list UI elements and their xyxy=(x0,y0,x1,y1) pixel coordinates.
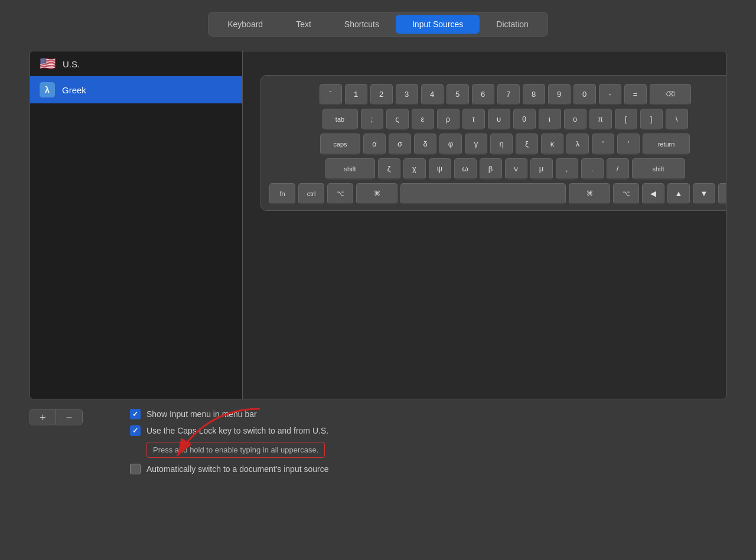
tab-shortcuts[interactable]: Shortcuts xyxy=(328,15,396,34)
key-row-5: fn ctrl ⌥ ⌘ ⌘ ⌥ ◀ ▲ ▼ ▶ xyxy=(269,183,726,204)
source-us-label: U.S. xyxy=(63,59,80,69)
tab-dictation[interactable]: Dictation xyxy=(480,15,545,34)
key-cmd-left: ⌘ xyxy=(356,183,397,204)
tab-input-sources[interactable]: Input Sources xyxy=(396,15,480,34)
key-epsilon: ε xyxy=(412,109,434,130)
key-beta: β xyxy=(480,158,502,180)
key-sigma: σ xyxy=(389,134,411,155)
key-8: 8 xyxy=(523,84,545,105)
greek-lambda-icon: λ xyxy=(40,82,55,97)
key-arrow-right: ▶ xyxy=(718,183,726,204)
checkbox-auto-switch[interactable] xyxy=(130,464,141,474)
key-tab: tab xyxy=(322,109,358,130)
key-mu: μ xyxy=(530,158,553,180)
us-flag-icon: 🇺🇸 xyxy=(40,57,56,70)
sources-list: 🇺🇸 U.S. λ Greek xyxy=(30,51,243,399)
key-row-1: ` 1 2 3 4 5 6 7 8 9 0 - = ⌫ xyxy=(269,84,726,105)
key-backtick: ` xyxy=(320,84,342,105)
key-equals: = xyxy=(624,84,647,105)
key-quote-l: ' xyxy=(592,134,614,155)
key-6: 6 xyxy=(472,84,494,105)
key-pi: π xyxy=(589,109,612,130)
key-theta: θ xyxy=(513,109,536,130)
checkbox-caps-lock[interactable]: ✓ xyxy=(130,425,141,436)
key-shift-left: shift xyxy=(325,158,375,180)
key-comma: , xyxy=(556,158,578,180)
keyboard-display: ` 1 2 3 4 5 6 7 8 9 0 - = ⌫ tab xyxy=(243,51,726,399)
key-shift-right: shift xyxy=(632,158,685,180)
key-phi: φ xyxy=(439,134,462,155)
key-4: 4 xyxy=(421,84,444,105)
main-content: 🇺🇸 U.S. λ Greek ` 1 2 3 4 5 xyxy=(30,51,726,474)
key-rho: ρ xyxy=(437,109,460,130)
key-row-2: tab ; ς ε ρ τ υ θ ι ο π [ ] \ xyxy=(269,109,726,130)
source-item-greek[interactable]: λ Greek xyxy=(30,76,242,103)
key-delta: δ xyxy=(414,134,436,155)
key-row-4: shift ζ χ ψ ω β ν μ , . / shift xyxy=(269,158,726,180)
key-2: 2 xyxy=(370,84,393,105)
bottom-section: + − ✓ Show Input menu in menu bar xyxy=(30,409,726,474)
key-iota: ι xyxy=(539,109,561,130)
tab-keyboard[interactable]: Keyboard xyxy=(211,15,279,34)
remove-source-button[interactable]: − xyxy=(56,409,82,425)
key-ctrl: ctrl xyxy=(298,183,324,204)
key-omicron: ο xyxy=(564,109,586,130)
key-gamma: γ xyxy=(465,134,487,155)
key-quote-r: ' xyxy=(617,134,640,155)
keyboard-visual: ` 1 2 3 4 5 6 7 8 9 0 - = ⌫ tab xyxy=(260,75,726,211)
hint-container: Press and hold to enable typing in all u… xyxy=(130,442,329,458)
key-tau: τ xyxy=(462,109,485,130)
auto-switch-label: Automatically switch to a document's inp… xyxy=(146,464,329,474)
key-alpha: α xyxy=(363,134,386,155)
key-3: 3 xyxy=(396,84,418,105)
key-7: 7 xyxy=(497,84,520,105)
key-psi: ψ xyxy=(429,158,451,180)
option-show-input-menu: ✓ Show Input menu in menu bar xyxy=(130,409,329,419)
add-remove-buttons: + − xyxy=(30,409,83,425)
show-input-menu-label: Show Input menu in menu bar xyxy=(146,409,257,419)
checkbox-show-input-menu[interactable]: ✓ xyxy=(130,409,141,419)
key-slash: / xyxy=(607,158,629,180)
caps-lock-label: Use the Caps Lock key to switch to and f… xyxy=(146,426,328,435)
key-option-right: ⌥ xyxy=(613,183,639,204)
key-arrow-down: ▼ xyxy=(693,183,715,204)
key-kappa: κ xyxy=(541,134,563,155)
tab-text[interactable]: Text xyxy=(279,15,328,34)
key-upsilon: υ xyxy=(488,109,510,130)
key-arrow-up: ▲ xyxy=(667,183,690,204)
add-source-button[interactable]: + xyxy=(30,409,56,425)
key-caps-lock: caps xyxy=(320,134,360,155)
key-zeta: ζ xyxy=(378,158,400,180)
key-enter: return xyxy=(643,134,690,155)
key-lambda: λ xyxy=(566,134,589,155)
key-eta: η xyxy=(490,134,513,155)
key-0: 0 xyxy=(573,84,596,105)
option-caps-lock: ✓ Use the Caps Lock key to switch to and… xyxy=(130,425,329,436)
key-5: 5 xyxy=(447,84,469,105)
key-9: 9 xyxy=(548,84,571,105)
key-period: . xyxy=(581,158,604,180)
key-bracket-r: ] xyxy=(640,109,663,130)
key-chi: χ xyxy=(403,158,426,180)
key-space xyxy=(400,183,566,204)
option-auto-switch: Automatically switch to a document's inp… xyxy=(130,464,329,474)
key-minus: - xyxy=(599,84,621,105)
key-row-3: caps α σ δ φ γ η ξ κ λ ' ' return xyxy=(269,134,726,155)
key-cmd-right: ⌘ xyxy=(569,183,610,204)
key-omega: ω xyxy=(454,158,477,180)
key-fn: fn xyxy=(269,183,295,204)
key-backslash: \ xyxy=(666,109,688,130)
key-nu: ν xyxy=(505,158,527,180)
tab-bar: Keyboard Text Shortcuts Input Sources Di… xyxy=(208,12,548,37)
key-semicolon: ; xyxy=(361,109,383,130)
checkmark-icon: ✓ xyxy=(132,410,138,418)
key-option: ⌥ xyxy=(327,183,353,204)
key-1: 1 xyxy=(345,84,367,105)
options-section: ✓ Show Input menu in menu bar ✓ Use the … xyxy=(130,409,329,474)
source-item-us[interactable]: 🇺🇸 U.S. xyxy=(30,51,242,76)
key-bracket-l: [ xyxy=(615,109,637,130)
hint-text: Press and hold to enable typing in all u… xyxy=(146,442,325,458)
key-backspace: ⌫ xyxy=(650,84,691,105)
key-xi: ξ xyxy=(516,134,538,155)
key-arrow-left: ◀ xyxy=(642,183,664,204)
